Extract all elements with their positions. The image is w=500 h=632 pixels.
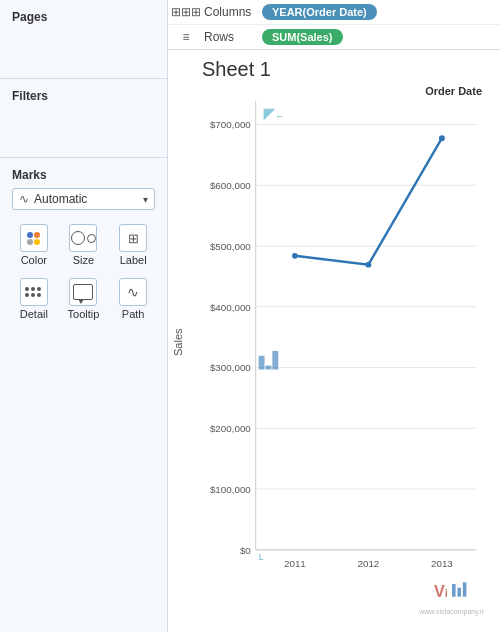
app-layout: Pages Filters Marks ∿ Automatic ▾ (0, 0, 500, 632)
detail-dot-1 (25, 287, 29, 291)
marks-size-item[interactable]: Size (62, 220, 106, 270)
rows-label: Rows (204, 30, 254, 44)
size-circle-small (87, 234, 96, 243)
filters-section: Filters (0, 79, 167, 158)
y-axis-label: Sales (172, 85, 184, 619)
pages-section: Pages (0, 0, 167, 79)
corner-marker: ⌐ (277, 111, 282, 121)
marks-label-item[interactable]: ⊞ Label (111, 220, 155, 270)
svg-text:i: i (444, 587, 447, 599)
bottom-left-marker: L (259, 552, 264, 562)
svg-rect-2 (452, 584, 456, 597)
header-rows: ⊞⊞⊞ Columns YEAR(Order Date) ≡ Rows SUM(… (168, 0, 500, 50)
dropdown-arrow-icon: ▾ (143, 194, 148, 205)
color-icon (20, 224, 48, 252)
right-panel: ⊞⊞⊞ Columns YEAR(Order Date) ≡ Rows SUM(… (168, 0, 500, 632)
triangle-marker (264, 109, 276, 121)
color-dot-blue (27, 232, 33, 238)
marks-title: Marks (12, 168, 155, 182)
y-label-500k: $500,000 (210, 241, 251, 252)
y-label-200k: $200,000 (210, 423, 251, 434)
x-label-2011: 2011 (284, 558, 306, 569)
size-circle-large (71, 231, 85, 245)
detail-icon (20, 278, 48, 306)
watermark: V i www.vistacompany.ir (419, 580, 484, 615)
x-axis-label: Order Date (186, 85, 492, 97)
svg-text:V: V (434, 582, 445, 600)
y-label-300k: $300,000 (210, 362, 251, 373)
color-label: Color (21, 254, 47, 266)
chart-title: Sheet 1 (202, 58, 492, 81)
watermark-text: www.vistacompany.ir (419, 608, 484, 615)
data-point-2012 (365, 262, 371, 268)
mini-bar-3 (272, 351, 278, 370)
tooltip-icon (69, 278, 97, 306)
wave-icon: ∿ (19, 192, 29, 206)
marks-path-item[interactable]: ∿ Path (111, 274, 155, 324)
marks-section: Marks ∿ Automatic ▾ (0, 158, 167, 332)
pages-title: Pages (12, 10, 155, 24)
watermark-logo: V i (434, 580, 470, 608)
tooltip-label: Tooltip (68, 308, 100, 320)
detail-dot-6 (37, 293, 41, 297)
filters-content (12, 109, 155, 149)
data-point-2011 (292, 253, 298, 259)
mini-bar-2 (266, 366, 272, 370)
size-icon (69, 224, 97, 252)
marks-dropdown-left: ∿ Automatic (19, 192, 87, 206)
svg-rect-3 (457, 588, 461, 597)
pages-content (12, 30, 155, 70)
marks-dropdown-label: Automatic (34, 192, 87, 206)
columns-label: Columns (204, 5, 254, 19)
color-dot-gray (27, 239, 33, 245)
filters-title: Filters (12, 89, 155, 103)
y-label-100k: $100,000 (210, 484, 251, 495)
x-label-2012: 2012 (358, 558, 380, 569)
path-label: Path (122, 308, 145, 320)
y-label-600k: $600,000 (210, 180, 251, 191)
detail-dot-5 (31, 293, 35, 297)
detail-dots-grid (25, 287, 43, 297)
svg-rect-4 (462, 582, 466, 596)
chart-area: Sheet 1 Sales Order Date $700,000 $600,0… (168, 50, 500, 632)
color-dot-yellow (34, 239, 40, 245)
label-label: Label (120, 254, 147, 266)
data-point-2013 (439, 135, 445, 141)
marks-detail-item[interactable]: Detail (12, 274, 56, 324)
label-text-icon: ⊞ (128, 231, 139, 246)
detail-dot-3 (37, 287, 41, 291)
path-wave-icon: ∿ (127, 284, 139, 300)
chart-svg: $700,000 $600,000 $500,000 $400,000 $300… (186, 101, 492, 591)
y-label-0: $0 (240, 545, 251, 556)
tooltip-bubble-icon (73, 284, 93, 300)
mini-bar-1 (259, 356, 265, 370)
path-icon: ∿ (119, 278, 147, 306)
rows-pill[interactable]: SUM(Sales) (262, 29, 343, 45)
size-label: Size (73, 254, 94, 266)
detail-label: Detail (20, 308, 48, 320)
detail-dot-2 (31, 287, 35, 291)
marks-grid: Color Size ⊞ (12, 220, 155, 324)
rows-row: ≡ Rows SUM(Sales) (168, 25, 500, 49)
x-label-2013: 2013 (431, 558, 453, 569)
marks-dropdown[interactable]: ∿ Automatic ▾ (12, 188, 155, 210)
y-label-400k: $400,000 (210, 302, 251, 313)
label-mark-icon: ⊞ (119, 224, 147, 252)
detail-dot-4 (25, 293, 29, 297)
left-panel: Pages Filters Marks ∿ Automatic ▾ (0, 0, 168, 632)
columns-pill[interactable]: YEAR(Order Date) (262, 4, 377, 20)
y-label-700k: $700,000 (210, 119, 251, 130)
columns-icon: ⊞⊞⊞ (176, 5, 196, 19)
rows-icon: ≡ (176, 30, 196, 44)
columns-row: ⊞⊞⊞ Columns YEAR(Order Date) (168, 0, 500, 25)
marks-tooltip-item[interactable]: Tooltip (62, 274, 106, 324)
color-dot-orange (34, 232, 40, 238)
marks-color-item[interactable]: Color (12, 220, 56, 270)
